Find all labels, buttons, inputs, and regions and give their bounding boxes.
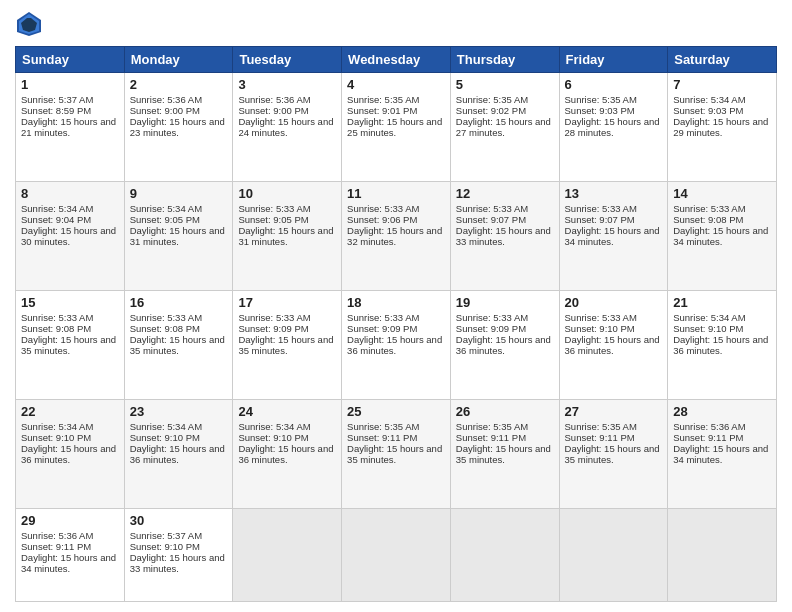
logo-icon bbox=[15, 10, 43, 38]
day-info: Sunrise: 5:33 AMSunset: 9:08 PMDaylight:… bbox=[673, 203, 768, 247]
day-info: Sunrise: 5:33 AMSunset: 9:09 PMDaylight:… bbox=[238, 312, 333, 356]
day-info: Sunrise: 5:36 AMSunset: 9:11 PMDaylight:… bbox=[21, 530, 116, 574]
day-number: 9 bbox=[130, 186, 228, 201]
calendar-header-row: SundayMondayTuesdayWednesdayThursdayFrid… bbox=[16, 47, 777, 73]
day-number: 24 bbox=[238, 404, 336, 419]
day-info: Sunrise: 5:33 AMSunset: 9:07 PMDaylight:… bbox=[456, 203, 551, 247]
calendar-cell bbox=[450, 508, 559, 601]
day-number: 5 bbox=[456, 77, 554, 92]
day-number: 14 bbox=[673, 186, 771, 201]
calendar-cell bbox=[342, 508, 451, 601]
calendar-cell: 28Sunrise: 5:36 AMSunset: 9:11 PMDayligh… bbox=[668, 399, 777, 508]
calendar-cell bbox=[233, 508, 342, 601]
week-row-3: 15Sunrise: 5:33 AMSunset: 9:08 PMDayligh… bbox=[16, 290, 777, 399]
day-info: Sunrise: 5:34 AMSunset: 9:10 PMDaylight:… bbox=[238, 421, 333, 465]
calendar-cell: 17Sunrise: 5:33 AMSunset: 9:09 PMDayligh… bbox=[233, 290, 342, 399]
calendar-cell: 3Sunrise: 5:36 AMSunset: 9:00 PMDaylight… bbox=[233, 73, 342, 182]
calendar-cell: 19Sunrise: 5:33 AMSunset: 9:09 PMDayligh… bbox=[450, 290, 559, 399]
day-number: 11 bbox=[347, 186, 445, 201]
calendar-cell: 20Sunrise: 5:33 AMSunset: 9:10 PMDayligh… bbox=[559, 290, 668, 399]
col-header-friday: Friday bbox=[559, 47, 668, 73]
col-header-monday: Monday bbox=[124, 47, 233, 73]
day-info: Sunrise: 5:34 AMSunset: 9:04 PMDaylight:… bbox=[21, 203, 116, 247]
calendar-cell: 8Sunrise: 5:34 AMSunset: 9:04 PMDaylight… bbox=[16, 181, 125, 290]
day-info: Sunrise: 5:34 AMSunset: 9:10 PMDaylight:… bbox=[21, 421, 116, 465]
day-number: 1 bbox=[21, 77, 119, 92]
calendar-cell: 6Sunrise: 5:35 AMSunset: 9:03 PMDaylight… bbox=[559, 73, 668, 182]
day-number: 16 bbox=[130, 295, 228, 310]
day-info: Sunrise: 5:35 AMSunset: 9:11 PMDaylight:… bbox=[347, 421, 442, 465]
day-number: 29 bbox=[21, 513, 119, 528]
day-info: Sunrise: 5:36 AMSunset: 9:00 PMDaylight:… bbox=[130, 94, 225, 138]
day-number: 22 bbox=[21, 404, 119, 419]
day-info: Sunrise: 5:33 AMSunset: 9:07 PMDaylight:… bbox=[565, 203, 660, 247]
day-info: Sunrise: 5:35 AMSunset: 9:02 PMDaylight:… bbox=[456, 94, 551, 138]
day-number: 26 bbox=[456, 404, 554, 419]
day-number: 19 bbox=[456, 295, 554, 310]
logo bbox=[15, 10, 47, 38]
day-info: Sunrise: 5:33 AMSunset: 9:09 PMDaylight:… bbox=[347, 312, 442, 356]
day-info: Sunrise: 5:37 AMSunset: 8:59 PMDaylight:… bbox=[21, 94, 116, 138]
calendar-cell bbox=[668, 508, 777, 601]
calendar-cell: 23Sunrise: 5:34 AMSunset: 9:10 PMDayligh… bbox=[124, 399, 233, 508]
calendar-cell: 15Sunrise: 5:33 AMSunset: 9:08 PMDayligh… bbox=[16, 290, 125, 399]
header bbox=[15, 10, 777, 38]
day-number: 17 bbox=[238, 295, 336, 310]
day-info: Sunrise: 5:37 AMSunset: 9:10 PMDaylight:… bbox=[130, 530, 225, 574]
day-number: 15 bbox=[21, 295, 119, 310]
week-row-5: 29Sunrise: 5:36 AMSunset: 9:11 PMDayligh… bbox=[16, 508, 777, 601]
col-header-saturday: Saturday bbox=[668, 47, 777, 73]
day-number: 23 bbox=[130, 404, 228, 419]
day-info: Sunrise: 5:33 AMSunset: 9:06 PMDaylight:… bbox=[347, 203, 442, 247]
day-info: Sunrise: 5:33 AMSunset: 9:08 PMDaylight:… bbox=[130, 312, 225, 356]
day-info: Sunrise: 5:33 AMSunset: 9:05 PMDaylight:… bbox=[238, 203, 333, 247]
page: SundayMondayTuesdayWednesdayThursdayFrid… bbox=[0, 0, 792, 612]
day-info: Sunrise: 5:33 AMSunset: 9:09 PMDaylight:… bbox=[456, 312, 551, 356]
day-number: 6 bbox=[565, 77, 663, 92]
day-info: Sunrise: 5:33 AMSunset: 9:10 PMDaylight:… bbox=[565, 312, 660, 356]
calendar-cell: 27Sunrise: 5:35 AMSunset: 9:11 PMDayligh… bbox=[559, 399, 668, 508]
col-header-thursday: Thursday bbox=[450, 47, 559, 73]
day-number: 2 bbox=[130, 77, 228, 92]
day-info: Sunrise: 5:33 AMSunset: 9:08 PMDaylight:… bbox=[21, 312, 116, 356]
day-info: Sunrise: 5:35 AMSunset: 9:01 PMDaylight:… bbox=[347, 94, 442, 138]
day-info: Sunrise: 5:35 AMSunset: 9:11 PMDaylight:… bbox=[565, 421, 660, 465]
col-header-tuesday: Tuesday bbox=[233, 47, 342, 73]
day-number: 30 bbox=[130, 513, 228, 528]
day-number: 20 bbox=[565, 295, 663, 310]
calendar: SundayMondayTuesdayWednesdayThursdayFrid… bbox=[15, 46, 777, 602]
col-header-wednesday: Wednesday bbox=[342, 47, 451, 73]
day-number: 7 bbox=[673, 77, 771, 92]
calendar-cell: 2Sunrise: 5:36 AMSunset: 9:00 PMDaylight… bbox=[124, 73, 233, 182]
day-number: 28 bbox=[673, 404, 771, 419]
calendar-cell: 4Sunrise: 5:35 AMSunset: 9:01 PMDaylight… bbox=[342, 73, 451, 182]
day-info: Sunrise: 5:36 AMSunset: 9:00 PMDaylight:… bbox=[238, 94, 333, 138]
calendar-cell: 22Sunrise: 5:34 AMSunset: 9:10 PMDayligh… bbox=[16, 399, 125, 508]
day-number: 4 bbox=[347, 77, 445, 92]
day-number: 27 bbox=[565, 404, 663, 419]
calendar-cell: 5Sunrise: 5:35 AMSunset: 9:02 PMDaylight… bbox=[450, 73, 559, 182]
week-row-2: 8Sunrise: 5:34 AMSunset: 9:04 PMDaylight… bbox=[16, 181, 777, 290]
calendar-cell bbox=[559, 508, 668, 601]
day-info: Sunrise: 5:34 AMSunset: 9:05 PMDaylight:… bbox=[130, 203, 225, 247]
day-number: 8 bbox=[21, 186, 119, 201]
day-number: 18 bbox=[347, 295, 445, 310]
day-info: Sunrise: 5:35 AMSunset: 9:03 PMDaylight:… bbox=[565, 94, 660, 138]
calendar-cell: 18Sunrise: 5:33 AMSunset: 9:09 PMDayligh… bbox=[342, 290, 451, 399]
calendar-cell: 13Sunrise: 5:33 AMSunset: 9:07 PMDayligh… bbox=[559, 181, 668, 290]
week-row-1: 1Sunrise: 5:37 AMSunset: 8:59 PMDaylight… bbox=[16, 73, 777, 182]
calendar-cell: 7Sunrise: 5:34 AMSunset: 9:03 PMDaylight… bbox=[668, 73, 777, 182]
day-number: 12 bbox=[456, 186, 554, 201]
day-info: Sunrise: 5:34 AMSunset: 9:10 PMDaylight:… bbox=[673, 312, 768, 356]
day-info: Sunrise: 5:34 AMSunset: 9:03 PMDaylight:… bbox=[673, 94, 768, 138]
day-number: 3 bbox=[238, 77, 336, 92]
day-number: 13 bbox=[565, 186, 663, 201]
day-number: 25 bbox=[347, 404, 445, 419]
calendar-cell: 11Sunrise: 5:33 AMSunset: 9:06 PMDayligh… bbox=[342, 181, 451, 290]
day-info: Sunrise: 5:36 AMSunset: 9:11 PMDaylight:… bbox=[673, 421, 768, 465]
calendar-cell: 9Sunrise: 5:34 AMSunset: 9:05 PMDaylight… bbox=[124, 181, 233, 290]
calendar-cell: 29Sunrise: 5:36 AMSunset: 9:11 PMDayligh… bbox=[16, 508, 125, 601]
col-header-sunday: Sunday bbox=[16, 47, 125, 73]
calendar-cell: 16Sunrise: 5:33 AMSunset: 9:08 PMDayligh… bbox=[124, 290, 233, 399]
week-row-4: 22Sunrise: 5:34 AMSunset: 9:10 PMDayligh… bbox=[16, 399, 777, 508]
